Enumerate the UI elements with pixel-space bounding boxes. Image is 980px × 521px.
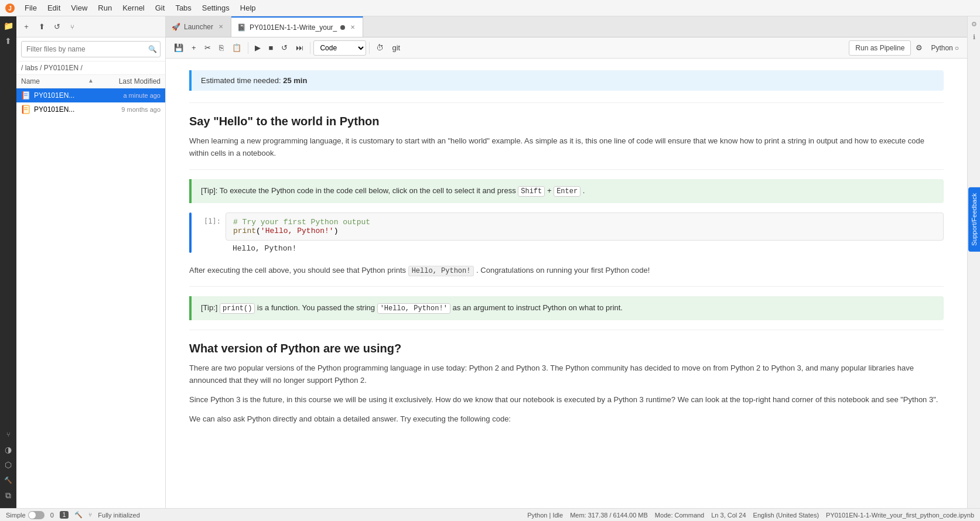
svg-text:J: J [8, 5, 12, 12]
restart-button[interactable]: ↺ [278, 40, 291, 56]
menu-view[interactable]: View [66, 2, 92, 13]
status-bar: Simple 0 1 🔨 ⑂ Fully initialized Python … [0, 508, 980, 521]
code-line-1: print('Hello, Python!') [233, 227, 936, 235]
kernel-status-label: Python | Idle [527, 512, 563, 519]
cell-body-1[interactable]: # Try your first Python output print('He… [226, 212, 944, 253]
sidebar-icon-puzzle[interactable]: ⧉ [1, 488, 15, 502]
status-left: Simple 0 1 🔨 ⑂ Fully initialized [6, 511, 140, 519]
tip2-fn: print() [220, 303, 255, 314]
refresh-button[interactable]: ↺ [50, 20, 63, 33]
column-modified-header: Last Modified [96, 77, 161, 85]
section2-text3: We can also ask Python directly and obta… [189, 413, 944, 426]
kernel-display[interactable]: Python ○ [927, 40, 962, 56]
file-icon-notebook [21, 91, 30, 100]
support-feedback-tab[interactable]: Support/Feedback [968, 187, 980, 252]
notebook-content: Estimated time needed: 25 min Say "Hello… [166, 59, 967, 508]
sidebar-icon-upload[interactable]: ⬆ [1, 34, 15, 48]
sidebar-icon-extensions[interactable]: ⬡ [1, 458, 15, 472]
menu-help[interactable]: Help [235, 2, 261, 13]
file-panel: + ⬆ ↺ ⑂ 🔍 / labs / PY0101EN / Name ▲ Las… [16, 16, 166, 508]
unsaved-indicator [340, 25, 345, 30]
sidebar-icon-git[interactable]: ⑂ [1, 427, 15, 441]
notebook-toolbar: 💾 + ✂ ⎘ 📋 ▶ ■ ↺ ⏭ Code Markdown Raw ⏱ gi… [166, 37, 967, 59]
toggle-background[interactable] [28, 511, 45, 519]
cell-divider [189, 102, 944, 103]
tab-close-launcher[interactable]: ✕ [217, 23, 225, 31]
tip1-key-shift: Shift [518, 186, 545, 197]
sidebar-icon-diff[interactable]: ◑ [1, 443, 15, 457]
right-sidebar-info[interactable]: ℹ [969, 32, 979, 42]
toggle-knob [29, 512, 36, 519]
run-pipeline-button[interactable]: Run as Pipeline [849, 40, 911, 56]
paste-button[interactable]: 📋 [228, 40, 245, 56]
menu-file[interactable]: File [20, 2, 42, 13]
toolbar-separator [248, 42, 248, 54]
fast-forward-button[interactable]: ⏭ [292, 40, 307, 56]
tab-close-notebook[interactable]: ✕ [349, 23, 357, 32]
memory-label: Mem: 317.38 / 6144.00 MB [570, 512, 648, 519]
tip-box-2: [Tip:] print() is a function. You passed… [189, 296, 944, 320]
tab-launcher[interactable]: 🚀 Launcher ✕ [166, 16, 231, 37]
file-modified: a minute ago [108, 92, 161, 99]
search-icon: 🔍 [148, 45, 157, 53]
code-cell-1-wrapper: [1]: # Try your first Python output prin… [189, 212, 944, 253]
sort-arrow-icon: ▲ [88, 77, 94, 85]
clock-button[interactable]: ⏱ [373, 40, 387, 56]
app-logo: J [5, 3, 15, 13]
file-panel-toolbar: + ⬆ ↺ ⑂ [16, 16, 165, 37]
file-row[interactable]: PY0101EN... 9 months ago [16, 102, 165, 116]
file-list-header[interactable]: Name ▲ Last Modified [16, 75, 165, 88]
cell-output-1: Hello, Python! [226, 241, 944, 253]
tip2-prefix: [Tip:] [201, 303, 217, 312]
section-title-version: What version of Python are we using? [189, 342, 944, 355]
cell-type-select[interactable]: Code Markdown Raw [313, 40, 366, 56]
search-input[interactable] [21, 41, 161, 57]
git-toolbar-button[interactable]: git [388, 40, 404, 56]
toolbar-separator [310, 42, 310, 54]
git-button[interactable]: ⑂ [66, 20, 78, 33]
stop-button[interactable]: ■ [265, 40, 277, 56]
section2-text2: Since Python 3 is the future, in this co… [189, 394, 944, 406]
tab-icon-notebook: 📓 [237, 23, 246, 32]
status-badge: 1 [60, 511, 69, 519]
code-comment: # Try your first Python output [233, 218, 936, 227]
file-icon-notebook [21, 105, 30, 114]
sidebar-icon-folder[interactable]: 📁 [1, 19, 15, 33]
upload-button[interactable]: ⬆ [35, 20, 48, 33]
sidebar-icon-build[interactable]: 🔨 [1, 473, 15, 487]
menu-edit[interactable]: Edit [43, 2, 65, 13]
info-box-time: Estimated time needed: 25 min [189, 70, 944, 91]
tab-notebook[interactable]: 📓 PY0101EN-1-1-Write_your_ ✕ [231, 16, 363, 37]
menu-tabs[interactable]: Tabs [170, 2, 196, 13]
status-icon-git: ⑂ [88, 512, 92, 518]
notebook-area: 🚀 Launcher ✕ 📓 PY0101EN-1-1-Write_your_ … [166, 16, 967, 508]
save-button[interactable]: 💾 [170, 40, 187, 56]
file-row[interactable]: PY0101EN... a minute ago [16, 88, 165, 102]
copy-button[interactable]: ⎘ [216, 40, 227, 56]
right-sidebar-settings[interactable]: ⚙ [969, 19, 979, 29]
run-button[interactable]: ▶ [251, 40, 264, 56]
menu-bar: J File Edit View Run Kernel Git Tabs Set… [0, 0, 980, 16]
menu-run[interactable]: Run [93, 2, 117, 13]
add-cell-button[interactable]: + [188, 40, 200, 56]
cell-divider [189, 169, 944, 170]
kernel-name: Python [931, 44, 952, 52]
simple-mode-toggle[interactable]: Simple [6, 511, 45, 519]
language-label: English (United States) [753, 512, 819, 519]
tip2-mid: is a function. You passed the string [257, 303, 375, 312]
left-icon-sidebar: 📁 ⬆ ⑂ ◑ ⬡ 🔨 ⧉ [0, 16, 16, 508]
menu-settings[interactable]: Settings [197, 2, 234, 13]
settings-button[interactable]: ⚙ [912, 40, 926, 56]
cell-divider [189, 330, 944, 330]
estimated-time-label: Estimated time needed: [201, 76, 281, 85]
mode-command-label: Mode: Command [655, 512, 704, 519]
new-folder-button[interactable]: + [20, 20, 33, 33]
menu-git[interactable]: Git [151, 2, 170, 13]
code-cell-1[interactable]: # Try your first Python output print('He… [226, 212, 944, 241]
section1-text: When learning a new programming language… [189, 135, 944, 160]
inline-code-hello: Hello, Python! [408, 266, 474, 276]
section-title-hello: Say "Hello" to the world in Python [189, 115, 944, 128]
estimated-time-value: 25 min [283, 76, 307, 85]
cut-button[interactable]: ✂ [201, 40, 214, 56]
menu-kernel[interactable]: Kernel [118, 2, 149, 13]
